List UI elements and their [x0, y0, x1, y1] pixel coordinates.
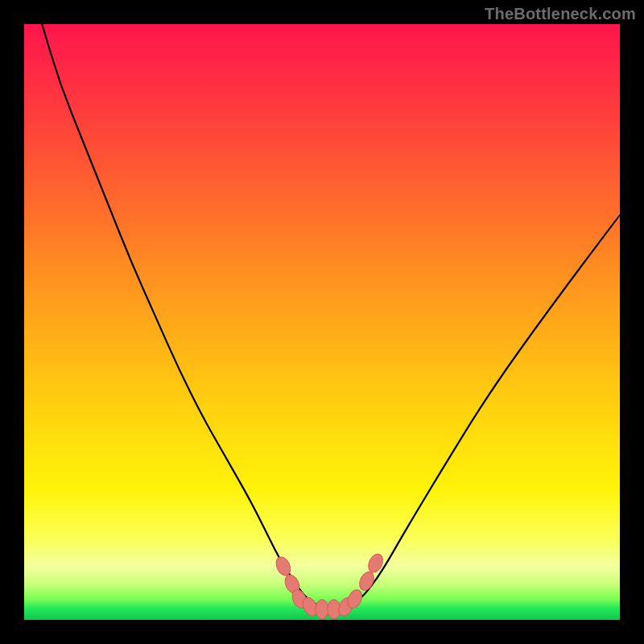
watermark-text: TheBottleneck.com	[485, 5, 636, 23]
curve-markers	[274, 551, 386, 618]
outer-frame: TheBottleneck.com	[0, 0, 644, 644]
chart-svg	[24, 24, 620, 620]
bottleneck-curve	[42, 24, 620, 609]
curve-marker	[357, 570, 377, 593]
curve-marker	[316, 600, 328, 619]
plot-area	[24, 24, 620, 620]
curve-marker	[365, 551, 386, 575]
